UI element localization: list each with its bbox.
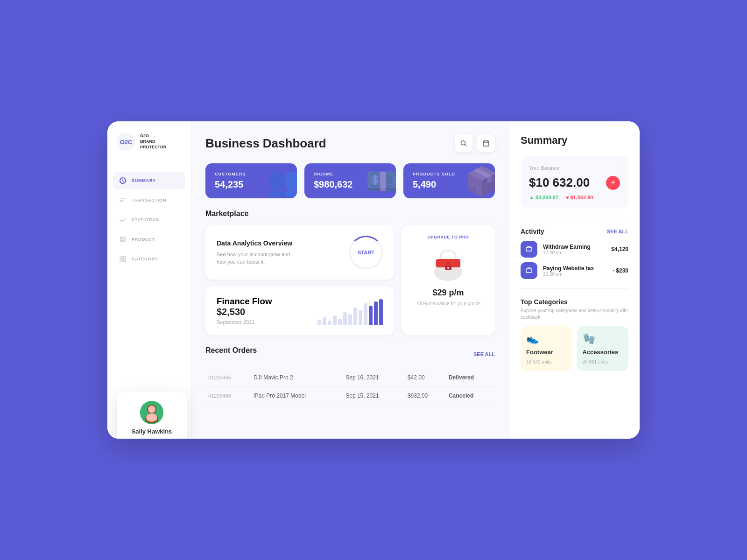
sidebar-item-label-product: PRODUCT bbox=[132, 237, 155, 242]
bar-4 bbox=[338, 319, 342, 325]
activity-item-0: Withdraw Earning 12:40 am $4,120 bbox=[521, 241, 628, 258]
orders-table: #1235465 DJI Mavic Pro 2 Sep 16, 2021 $4… bbox=[205, 369, 495, 405]
brand-name: O2O BRAND PROTECTOR bbox=[140, 133, 166, 150]
divider-2 bbox=[521, 288, 628, 289]
categories-title: Top Categories bbox=[521, 298, 628, 306]
order-product: iPad Pro 2017 Model bbox=[251, 387, 343, 405]
activity-time-1: 10:20 am bbox=[543, 272, 607, 277]
bar-6 bbox=[348, 314, 352, 325]
balance-amount-row: $10 632.00 + bbox=[529, 175, 620, 190]
analytics-title: Data Analytics Overview bbox=[217, 239, 301, 247]
sidebar-item-transaction[interactable]: TRANSACTION bbox=[113, 191, 185, 209]
balance-stats: ▲ $3,250.07 ♥ $1,062.90 bbox=[529, 195, 620, 200]
analytics-card: Data Analytics Overview See how your acc… bbox=[205, 225, 394, 280]
bar-0 bbox=[317, 320, 321, 325]
calendar-button[interactable] bbox=[477, 134, 495, 152]
analytics-text: Data Analytics Overview See how your acc… bbox=[217, 239, 301, 266]
svg-rect-19 bbox=[526, 269, 532, 273]
bar-2 bbox=[328, 321, 331, 325]
orders-see-all[interactable]: SEE ALL bbox=[473, 351, 495, 357]
svg-point-11 bbox=[461, 141, 465, 145]
balance-menu-button[interactable]: : bbox=[618, 164, 620, 172]
activity-amount-0: $4,120 bbox=[611, 246, 628, 252]
categories-grid: 👟 Footwear 18 941 units 🧤 Accessories 26… bbox=[521, 326, 628, 371]
finance-text: Finance Flow $2,530 September 2021 bbox=[217, 296, 272, 325]
svg-rect-2 bbox=[120, 256, 122, 259]
category-icon bbox=[119, 255, 127, 263]
stat-card-products: PRODUCTS SOLD 5,490 📦 bbox=[403, 163, 495, 198]
activity-header: Activity SEE ALL bbox=[521, 228, 628, 235]
nav-menu: SUMMARY TRANSACTION STATISTICS bbox=[107, 172, 191, 268]
user-card: Sally Hawkins UPGRADE bbox=[117, 392, 187, 439]
search-button[interactable] bbox=[455, 134, 472, 152]
table-row: #1235468 iPad Pro 2017 Model Sep 15, 202… bbox=[205, 387, 495, 405]
order-id: #1235468 bbox=[205, 387, 251, 405]
logo-area: O2C O2O BRAND PROTECTOR bbox=[107, 133, 191, 162]
order-status: Delivered bbox=[446, 369, 495, 387]
activity-info-1: Paying Website tax 10:20 am bbox=[543, 265, 607, 277]
svg-rect-18 bbox=[526, 247, 532, 251]
divider-1 bbox=[521, 218, 628, 218]
header-actions bbox=[455, 134, 495, 152]
category-name-1: Accessories bbox=[583, 349, 623, 356]
svg-rect-1 bbox=[120, 237, 125, 242]
activity-time-0: 12:40 am bbox=[543, 250, 606, 255]
analytics-description: See how your account grow and how you ca… bbox=[217, 251, 301, 266]
marketplace-title: Marketplace bbox=[205, 210, 495, 218]
svg-rect-3 bbox=[123, 256, 126, 259]
main-header: Business Dashboard bbox=[205, 134, 495, 152]
bar-8 bbox=[359, 310, 362, 325]
order-amount: $932.00 bbox=[405, 387, 446, 405]
svg-rect-12 bbox=[483, 141, 489, 146]
table-row: #1235465 DJI Mavic Pro 2 Sep 16, 2021 $4… bbox=[205, 369, 495, 387]
order-amount: $42.00 bbox=[405, 369, 446, 387]
sidebar-item-summary[interactable]: SUMMARY bbox=[113, 172, 185, 189]
add-balance-button[interactable]: + bbox=[606, 176, 620, 190]
sidebar-item-label-statistics: STATISTICS bbox=[132, 217, 159, 222]
balance-label-row: Your Balance : bbox=[529, 164, 620, 172]
bar-3 bbox=[333, 315, 337, 325]
activity-icon-0 bbox=[521, 241, 537, 258]
summary-icon bbox=[119, 176, 127, 185]
bar-10 bbox=[369, 306, 373, 325]
categories-section: Top Categories Explore your top categori… bbox=[521, 298, 628, 371]
balance-down: ♥ $1,062.90 bbox=[566, 195, 593, 200]
sidebar-item-product[interactable]: PRODUCT bbox=[113, 231, 185, 248]
upgrade-card: UPGRADE TO PRO bbox=[402, 225, 495, 335]
income-bg-icon: 💵 bbox=[366, 164, 396, 197]
page-title: Business Dashboard bbox=[205, 136, 326, 151]
search-icon bbox=[460, 140, 467, 147]
start-label: START bbox=[358, 250, 374, 255]
category-card-accessories[interactable]: 🧤 Accessories 26 061 units bbox=[577, 326, 629, 371]
svg-rect-5 bbox=[123, 259, 126, 262]
bag-illustration bbox=[425, 246, 472, 283]
finance-date: September 2021 bbox=[217, 319, 272, 325]
activity-icon-1 bbox=[521, 262, 537, 279]
category-units-1: 26 061 units bbox=[583, 359, 623, 364]
activity-items: Withdraw Earning 12:40 am $4,120 Paying … bbox=[521, 241, 628, 279]
statistics-icon bbox=[119, 216, 127, 224]
order-date: Sep 16, 2021 bbox=[343, 369, 405, 387]
activity-name-0: Withdraw Earning bbox=[543, 244, 606, 250]
svg-point-17 bbox=[447, 267, 449, 269]
right-panel: Summary Your Balance : $10 632.00 + ▲ $3… bbox=[509, 121, 640, 439]
finance-title: Finance Flow bbox=[217, 296, 272, 307]
category-card-footwear[interactable]: 👟 Footwear 18 941 units bbox=[521, 326, 572, 371]
bar-1 bbox=[323, 317, 326, 325]
category-icon-0: 👟 bbox=[526, 333, 567, 345]
start-button[interactable]: START bbox=[349, 236, 383, 269]
activity-name-1: Paying Website tax bbox=[543, 265, 607, 272]
sidebar-item-category[interactable]: CATEGORY bbox=[113, 250, 185, 268]
sidebar-item-statistics[interactable]: STATISTICS bbox=[113, 211, 185, 229]
bar-9 bbox=[364, 303, 367, 325]
main-content: Business Dashboard CUST bbox=[191, 121, 509, 439]
balance-amount: $10 632.00 bbox=[529, 175, 590, 190]
activity-title: Activity bbox=[521, 228, 544, 235]
activity-see-all[interactable]: SEE ALL bbox=[607, 229, 628, 234]
svg-rect-4 bbox=[120, 259, 122, 262]
order-product: DJI Mavic Pro 2 bbox=[251, 369, 343, 387]
summary-panel-title: Summary bbox=[521, 134, 628, 147]
transaction-icon bbox=[119, 196, 127, 204]
products-bg-icon: 📦 bbox=[465, 164, 495, 197]
marketplace-left-col: Data Analytics Overview See how your acc… bbox=[205, 225, 394, 335]
